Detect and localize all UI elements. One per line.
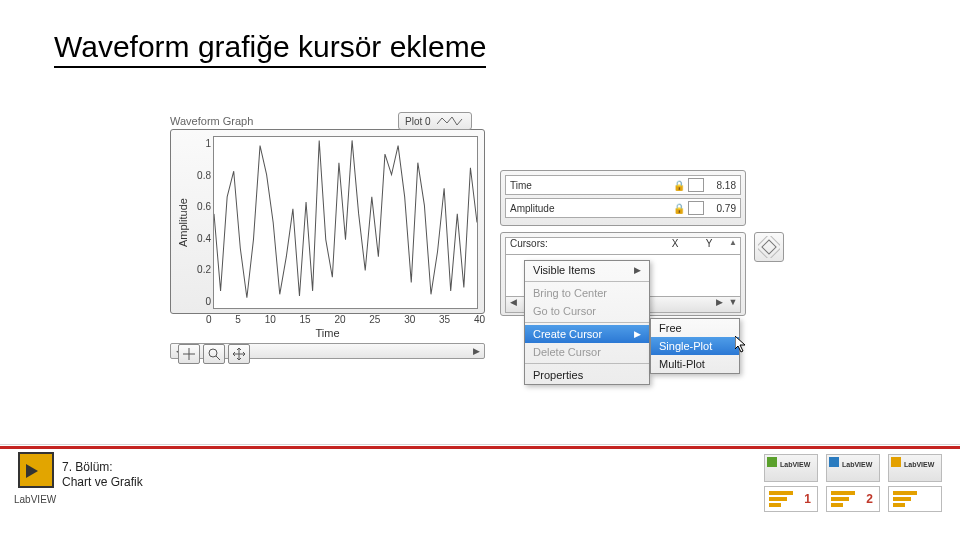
xtick: 25: [369, 314, 380, 325]
scroll-left-icon[interactable]: ◀: [506, 297, 520, 312]
badge: LabVIEW: [888, 454, 942, 482]
axis-info-panel: Time 🔒 8.18 Amplitude 🔒 0.79: [500, 170, 746, 226]
cursors-col-x: X: [658, 238, 692, 254]
axis-style-icon[interactable]: [688, 178, 704, 192]
badge-number: [888, 486, 942, 512]
menu-separator: [525, 322, 649, 323]
lock-icon[interactable]: 🔒: [672, 203, 686, 214]
legend-sample-icon: [437, 115, 465, 127]
menu-label: Free: [659, 322, 682, 334]
y-axis-label: Amplitude: [175, 136, 191, 309]
submenu-single-plot[interactable]: Single-Plot: [651, 337, 739, 355]
create-cursor-submenu[interactable]: Free Single-Plot Multi-Plot: [650, 318, 740, 374]
menu-label: Delete Cursor: [533, 346, 601, 358]
xtick: 10: [265, 314, 276, 325]
badge-row-top: LabVIEW LabVIEW LabVIEW: [764, 454, 942, 482]
submenu-free[interactable]: Free: [651, 319, 739, 337]
badge-row-bottom: 1 2: [764, 486, 942, 512]
badge: LabVIEW: [764, 454, 818, 482]
x-ticks: 0 5 10 15 20 25 30 35 40: [170, 314, 485, 325]
submenu-arrow-icon: ▶: [634, 265, 641, 275]
menu-properties[interactable]: Properties: [525, 366, 649, 384]
menu-label: Single-Plot: [659, 340, 712, 352]
menu-separator: [525, 363, 649, 364]
ytick: 0.6: [191, 201, 211, 212]
diamond-move-icon: [758, 236, 780, 258]
time-value: 8.18: [706, 180, 740, 191]
svg-line-3: [216, 356, 220, 360]
amplitude-value: 0.79: [706, 203, 740, 214]
menu-label: Properties: [533, 369, 583, 381]
lock-icon[interactable]: 🔒: [672, 180, 686, 191]
footer-divider: [0, 446, 960, 449]
amplitude-row[interactable]: Amplitude 🔒 0.79: [505, 198, 741, 218]
submenu-arrow-icon: ▶: [634, 329, 641, 339]
submenu-multi-plot[interactable]: Multi-Plot: [651, 355, 739, 373]
ytick: 0.4: [191, 233, 211, 244]
waveform-graph: Waveform Graph Amplitude 1 0.8 0.6 0.4 0…: [170, 115, 485, 359]
graph-tools: [178, 344, 250, 364]
zoom-tool-button[interactable]: [203, 344, 225, 364]
cursor-mover[interactable]: [754, 232, 784, 262]
menu-label: Multi-Plot: [659, 358, 705, 370]
xtick: 5: [235, 314, 241, 325]
menu-label: Create Cursor: [533, 328, 602, 340]
badge-number: 1: [764, 486, 818, 512]
legend-label: Plot 0: [405, 116, 431, 127]
page-title: Waveform grafiğe kursör ekleme: [54, 30, 486, 68]
menu-bring-to-center: Bring to Center: [525, 284, 649, 302]
pan-tool-button[interactable]: [228, 344, 250, 364]
menu-separator: [525, 281, 649, 282]
menu-go-to-cursor: Go to Cursor: [525, 302, 649, 320]
xtick: 20: [334, 314, 345, 325]
chapter-info: 7. Bölüm: Chart ve Grafik: [62, 460, 143, 490]
badge: LabVIEW: [826, 454, 880, 482]
ytick: 1: [191, 138, 211, 149]
xtick: 40: [474, 314, 485, 325]
scroll-up-icon[interactable]: ▲: [726, 238, 740, 254]
amplitude-label: Amplitude: [506, 203, 672, 214]
cursors-title: Cursors:: [506, 238, 658, 254]
menu-label: Visible Items: [533, 264, 595, 276]
axis-style-icon[interactable]: [688, 201, 704, 215]
xtick: 0: [206, 314, 212, 325]
ytick: 0: [191, 296, 211, 307]
x-axis-label: Time: [170, 327, 485, 339]
chapter-line2: Chart ve Grafik: [62, 475, 143, 490]
chart-canvas[interactable]: [213, 136, 478, 309]
labview-logo-icon: [18, 452, 54, 488]
menu-delete-cursor: Delete Cursor: [525, 343, 649, 361]
time-row[interactable]: Time 🔒 8.18: [505, 175, 741, 195]
svg-point-2: [209, 349, 217, 357]
crosshair-tool-button[interactable]: [178, 344, 200, 364]
cursors-col-y: Y: [692, 238, 726, 254]
ytick: 0.8: [191, 170, 211, 181]
time-label: Time: [506, 180, 672, 191]
labview-text: LabVIEW: [14, 494, 56, 505]
scroll-down-icon[interactable]: ▼: [726, 297, 740, 312]
badge-number: 2: [826, 486, 880, 512]
xtick: 35: [439, 314, 450, 325]
menu-label: Go to Cursor: [533, 305, 596, 317]
scroll-right-icon[interactable]: ▶: [712, 297, 726, 312]
context-menu[interactable]: Visible Items ▶ Bring to Center Go to Cu…: [524, 260, 650, 385]
svg-rect-4: [762, 240, 776, 254]
cursors-header: Cursors: X Y ▲: [505, 237, 741, 255]
ytick: 0.2: [191, 264, 211, 275]
y-ticks: 1 0.8 0.6 0.4 0.2 0: [191, 136, 213, 309]
xtick: 15: [300, 314, 311, 325]
xtick: 30: [404, 314, 415, 325]
plot-area[interactable]: Amplitude 1 0.8 0.6 0.4 0.2 0: [170, 129, 485, 314]
menu-create-cursor[interactable]: Create Cursor ▶: [525, 325, 649, 343]
menu-visible-items[interactable]: Visible Items ▶: [525, 261, 649, 279]
plot-legend[interactable]: Plot 0: [398, 112, 472, 130]
scroll-right-icon[interactable]: ▶: [470, 346, 482, 356]
chapter-line1: 7. Bölüm:: [62, 460, 143, 475]
menu-label: Bring to Center: [533, 287, 607, 299]
